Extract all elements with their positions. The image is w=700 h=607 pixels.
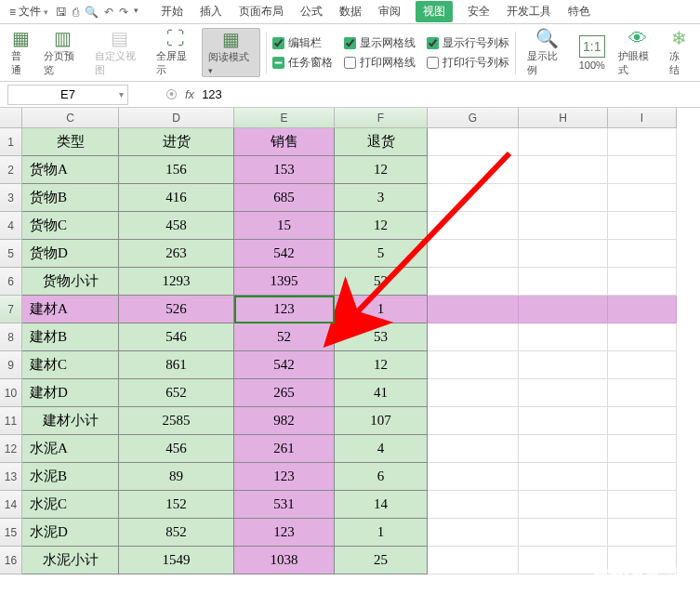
cell-G7[interactable] [428, 296, 519, 323]
cell-H6[interactable] [519, 268, 608, 296]
cell-D14[interactable]: 152 [119, 491, 234, 519]
cell-F5[interactable]: 5 [335, 240, 428, 268]
redo-icon[interactable]: ↷ [119, 6, 128, 19]
zoom-button[interactable]: 🔍 显示比例 [522, 28, 571, 77]
col-header-H[interactable]: H [519, 108, 608, 128]
tab-special[interactable]: 特色 [566, 1, 592, 22]
cell-E4[interactable]: 15 [234, 212, 335, 240]
cell-G15[interactable] [428, 519, 519, 547]
cell-I8[interactable] [608, 323, 677, 351]
tab-start[interactable]: 开始 [159, 1, 185, 22]
cell-F10[interactable]: 41 [335, 379, 428, 407]
cell-D10[interactable]: 652 [119, 379, 234, 407]
cell-E13[interactable]: 123 [234, 463, 335, 491]
cell-C5[interactable]: 货物D [22, 240, 119, 268]
cell-F8[interactable]: 53 [335, 323, 428, 351]
cell-G16[interactable] [428, 547, 519, 574]
cell-H3[interactable] [519, 184, 608, 212]
cell-D9[interactable]: 861 [119, 351, 234, 379]
cell-I13[interactable] [608, 463, 677, 491]
row-header-16[interactable]: 16 [0, 547, 22, 574]
cell-E6[interactable]: 1395 [234, 268, 335, 296]
cell-I2[interactable] [608, 156, 677, 184]
cell-I1[interactable] [608, 128, 677, 156]
cell-I6[interactable] [608, 268, 677, 296]
col-header-C[interactable]: C [22, 108, 119, 128]
select-all-corner[interactable] [0, 108, 22, 128]
cell-G3[interactable] [428, 184, 519, 212]
cell-D1[interactable]: 进货 [119, 128, 234, 156]
cell-E8[interactable]: 52 [234, 323, 335, 351]
row-header-10[interactable]: 10 [0, 379, 22, 407]
cell-C10[interactable]: 建材D [22, 379, 119, 407]
cell-I16[interactable] [608, 547, 677, 574]
cell-F16[interactable]: 25 [335, 547, 428, 574]
zoom-100-button[interactable]: 1:1 100% [574, 28, 611, 77]
cell-I15[interactable] [608, 519, 677, 547]
cell-C15[interactable]: 水泥D [22, 519, 119, 547]
cell-H10[interactable] [519, 379, 608, 407]
cell-H16[interactable] [519, 547, 608, 574]
cell-G10[interactable] [428, 379, 519, 407]
cell-H11[interactable] [519, 407, 608, 435]
cell-H7[interactable] [519, 296, 608, 323]
cell-G12[interactable] [428, 435, 519, 463]
row-header-5[interactable]: 5 [0, 240, 22, 268]
col-header-I[interactable]: I [608, 108, 677, 128]
cell-H1[interactable] [519, 128, 608, 156]
cell-F2[interactable]: 12 [335, 156, 428, 184]
cell-C11[interactable]: 建材小计 [22, 407, 119, 435]
check-editbar[interactable]: 编辑栏 [272, 35, 333, 51]
row-header-12[interactable]: 12 [0, 435, 22, 463]
row-header-15[interactable]: 15 [0, 519, 22, 547]
name-box[interactable]: E7 ▾ [7, 85, 128, 105]
cell-C16[interactable]: 水泥小计 [22, 547, 119, 574]
cell-G8[interactable] [428, 323, 519, 351]
tab-review[interactable]: 审阅 [376, 1, 403, 22]
cell-D8[interactable]: 546 [119, 323, 234, 351]
cell-C9[interactable]: 建材C [22, 351, 119, 379]
tab-data[interactable]: 数据 [337, 1, 363, 22]
cell-I7[interactable] [608, 296, 677, 323]
check-print-hdr[interactable]: 打印行号列标 [427, 55, 509, 71]
cell-F3[interactable]: 3 [335, 184, 428, 212]
cell-D7[interactable]: 526 [119, 296, 234, 323]
cell-I11[interactable] [608, 407, 677, 435]
check-print-grid[interactable]: 打印网格线 [344, 55, 416, 71]
cell-F12[interactable]: 4 [335, 435, 428, 463]
row-header-2[interactable]: 2 [0, 156, 22, 184]
cell-E11[interactable]: 982 [234, 407, 335, 435]
row-header-1[interactable]: 1 [0, 128, 22, 156]
cell-E2[interactable]: 153 [234, 156, 335, 184]
fx-icon[interactable]: fx [185, 87, 194, 101]
cell-C3[interactable]: 货物B [22, 184, 119, 212]
cell-E3[interactable]: 685 [234, 184, 335, 212]
cell-F11[interactable]: 107 [335, 407, 428, 435]
cell-I9[interactable] [608, 351, 677, 379]
tab-dev[interactable]: 开发工具 [505, 1, 553, 22]
cell-C2[interactable]: 货物A [22, 156, 119, 184]
cell-D6[interactable]: 1293 [119, 268, 234, 296]
tab-insert[interactable]: 插入 [198, 1, 224, 22]
cell-E15[interactable]: 123 [234, 519, 335, 547]
col-header-F[interactable]: F [335, 108, 428, 128]
row-header-14[interactable]: 14 [0, 491, 22, 519]
cell-F1[interactable]: 退货 [335, 128, 428, 156]
save-icon[interactable]: 🖫 [56, 6, 67, 19]
cell-C8[interactable]: 建材B [22, 323, 119, 351]
cell-G11[interactable] [428, 407, 519, 435]
cell-I5[interactable] [608, 240, 677, 268]
tab-view[interactable]: 视图 [416, 1, 453, 22]
cell-H15[interactable] [519, 519, 608, 547]
cell-C1[interactable]: 类型 [22, 128, 119, 156]
tab-security[interactable]: 安全 [466, 1, 492, 22]
cell-G13[interactable] [428, 463, 519, 491]
cell-C13[interactable]: 水泥B [22, 463, 119, 491]
chevron-down-icon[interactable]: ▾ [119, 89, 124, 99]
cell-E7[interactable]: 123 [234, 296, 335, 323]
cell-I10[interactable] [608, 379, 677, 407]
preview-icon[interactable]: 🔍 [85, 6, 99, 19]
view-readmode-button[interactable]: ▦ 阅读模式 ▾ [202, 28, 260, 77]
cell-F13[interactable]: 6 [335, 463, 428, 491]
cell-G4[interactable] [428, 212, 519, 240]
